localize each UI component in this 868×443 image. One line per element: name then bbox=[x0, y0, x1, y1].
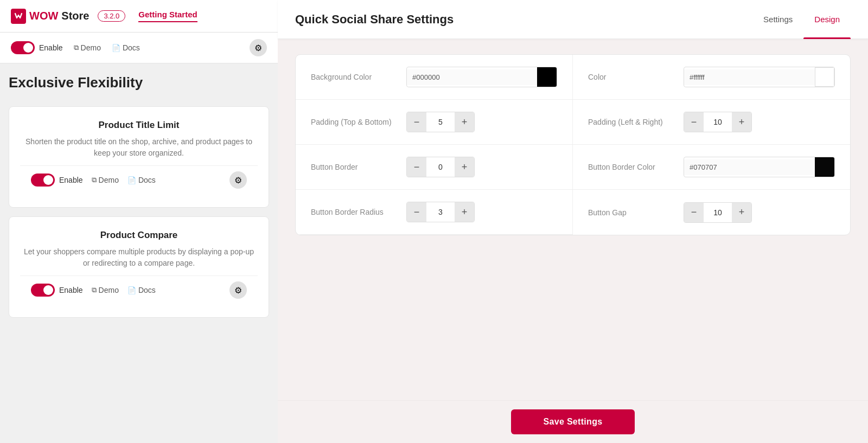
card2-docs-link[interactable]: 📄 Docs bbox=[127, 286, 156, 294]
tab-group: Settings Design bbox=[752, 0, 851, 39]
button-border-color-input-wrap[interactable] bbox=[684, 157, 835, 177]
modal-footer: Save Settings bbox=[278, 400, 868, 443]
wow-logo: WOWStore bbox=[11, 9, 89, 24]
setting-row-button-border-color: Button Border Color bbox=[573, 145, 850, 190]
button-border-decrement[interactable]: − bbox=[407, 157, 426, 177]
card2-toggle-wrap: Enable bbox=[31, 284, 83, 297]
card1-doc-icon: 📄 bbox=[127, 176, 136, 184]
button-border-color-text[interactable] bbox=[684, 159, 815, 175]
button-gap-decrement[interactable]: − bbox=[684, 203, 704, 222]
gear-button[interactable]: ⚙ bbox=[250, 39, 267, 56]
product-title-card: Product Title Limit Shorten the product … bbox=[9, 106, 269, 208]
product-title-card-footer: Enable ⧉ Demo 📄 Docs ⚙ bbox=[20, 165, 258, 194]
padding-tb-stepper: − + bbox=[406, 112, 475, 132]
button-gap-increment[interactable]: + bbox=[732, 203, 751, 222]
background-color-text[interactable] bbox=[407, 69, 537, 85]
exclusive-title: Exclusive Flexibility bbox=[0, 63, 278, 98]
card2-enable-label: Enable bbox=[59, 286, 83, 294]
card1-enable-label: Enable bbox=[59, 176, 83, 184]
background-color-input-wrap[interactable] bbox=[406, 67, 557, 87]
card1-docs-link[interactable]: 📄 Docs bbox=[127, 176, 156, 184]
card1-ext-icon: ⧉ bbox=[92, 176, 97, 184]
card2-gear-button[interactable]: ⚙ bbox=[229, 281, 247, 299]
button-border-stepper: − + bbox=[406, 157, 475, 177]
padding-tb-label: Padding (Top & Bottom) bbox=[311, 118, 398, 126]
padding-lr-label: Padding (Left & Right) bbox=[588, 118, 675, 126]
button-border-value[interactable] bbox=[426, 158, 455, 176]
product-title-card-title: Product Title Limit bbox=[20, 120, 258, 131]
card2-demo-link[interactable]: ⧉ Demo bbox=[92, 286, 119, 294]
card1-enable-toggle[interactable] bbox=[31, 174, 55, 187]
button-gap-stepper: − + bbox=[684, 202, 752, 223]
left-subheader: Enable ⧉ Demo 📄 Docs ⚙ bbox=[0, 33, 278, 63]
button-gap-label: Button Gap bbox=[588, 208, 675, 217]
setting-row-button-border: Button Border − + bbox=[296, 145, 573, 190]
settings-card: Background Color Color Paddi bbox=[295, 54, 851, 235]
external-icon: ⧉ bbox=[74, 43, 79, 52]
padding-lr-increment[interactable]: + bbox=[732, 112, 751, 132]
demo-link[interactable]: ⧉ Demo bbox=[74, 43, 101, 52]
button-border-radius-increment[interactable]: + bbox=[455, 202, 474, 222]
tab-design[interactable]: Design bbox=[803, 0, 851, 39]
settings-grid: Background Color Color Paddi bbox=[296, 55, 850, 235]
card1-toggle-wrap: Enable bbox=[31, 174, 83, 187]
enable-label: Enable bbox=[39, 43, 63, 52]
button-border-color-swatch[interactable] bbox=[815, 157, 834, 177]
logo-icon bbox=[11, 9, 26, 24]
button-border-radius-stepper: − + bbox=[406, 202, 475, 222]
setting-row-padding-lr: Padding (Left & Right) − + bbox=[573, 100, 850, 145]
color-text[interactable] bbox=[684, 69, 815, 85]
button-border-radius-label: Button Border Radius bbox=[311, 208, 398, 216]
doc-icon: 📄 bbox=[112, 44, 120, 52]
padding-lr-stepper: − + bbox=[684, 112, 752, 132]
padding-tb-value[interactable] bbox=[426, 113, 455, 131]
enable-toggle[interactable] bbox=[11, 41, 35, 54]
logo-wow: WOW bbox=[29, 10, 58, 22]
background-color-label: Background Color bbox=[311, 73, 398, 81]
product-compare-card-title: Product Compare bbox=[20, 230, 258, 241]
padding-tb-decrement[interactable]: − bbox=[407, 112, 426, 132]
version-badge: 3.2.0 bbox=[98, 10, 125, 22]
logo-store: Store bbox=[61, 10, 89, 22]
color-label: Color bbox=[588, 73, 675, 81]
product-compare-card-footer: Enable ⧉ Demo 📄 Docs ⚙ bbox=[20, 275, 258, 304]
setting-row-button-gap: Button Gap − + bbox=[573, 190, 850, 235]
card1-gear-button[interactable]: ⚙ bbox=[229, 171, 247, 189]
color-swatch[interactable] bbox=[815, 67, 834, 87]
padding-tb-increment[interactable]: + bbox=[455, 112, 474, 132]
setting-row-background-color: Background Color bbox=[296, 55, 573, 100]
padding-lr-value[interactable] bbox=[704, 113, 732, 131]
card2-enable-toggle[interactable] bbox=[31, 284, 55, 297]
product-compare-card: Product Compare Let your shoppers compar… bbox=[9, 216, 269, 318]
button-border-radius-value[interactable] bbox=[426, 203, 455, 221]
button-border-color-label: Button Border Color bbox=[588, 163, 675, 171]
button-border-radius-decrement[interactable]: − bbox=[407, 202, 426, 222]
color-input-wrap[interactable] bbox=[684, 67, 835, 87]
button-border-label: Button Border bbox=[311, 163, 398, 171]
product-compare-card-desc: Let your shoppers compare multiple produ… bbox=[20, 246, 258, 269]
enable-toggle-wrap: Enable bbox=[11, 41, 63, 54]
right-panel: Quick Social Share Settings Settings Des… bbox=[278, 0, 868, 443]
product-title-card-desc: Shorten the product title on the shop, a… bbox=[20, 136, 258, 159]
setting-row-color: Color bbox=[573, 55, 850, 100]
modal-body: Background Color Color Paddi bbox=[278, 39, 868, 400]
save-settings-button[interactable]: Save Settings bbox=[511, 409, 635, 434]
card1-demo-link[interactable]: ⧉ Demo bbox=[92, 176, 119, 184]
card2-ext-icon: ⧉ bbox=[92, 286, 97, 294]
docs-link[interactable]: 📄 Docs bbox=[112, 43, 140, 52]
tab-settings[interactable]: Settings bbox=[752, 0, 803, 39]
modal-title: Quick Social Share Settings bbox=[295, 12, 752, 27]
padding-lr-decrement[interactable]: − bbox=[684, 112, 704, 132]
modal-header: Quick Social Share Settings Settings Des… bbox=[278, 0, 868, 39]
button-border-increment[interactable]: + bbox=[455, 157, 474, 177]
setting-row-button-border-radius: Button Border Radius − + bbox=[296, 190, 573, 235]
card2-doc-icon: 📄 bbox=[127, 286, 136, 294]
setting-row-padding-tb: Padding (Top & Bottom) − + bbox=[296, 100, 573, 145]
button-gap-value[interactable] bbox=[704, 204, 732, 221]
left-panel: WOWStore 3.2.0 Getting Started Enable ⧉ … bbox=[0, 0, 278, 443]
getting-started-link[interactable]: Getting Started bbox=[138, 10, 197, 22]
background-color-swatch[interactable] bbox=[537, 67, 557, 87]
left-header: WOWStore 3.2.0 Getting Started bbox=[0, 0, 278, 33]
